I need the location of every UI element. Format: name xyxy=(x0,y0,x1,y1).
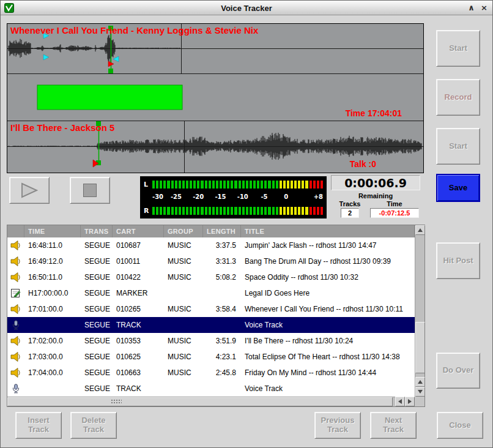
log-row[interactable]: 16:49:12.0 SEGUE 010011 MUSIC 3:31.3 Ban… xyxy=(7,253,415,269)
meter-segment xyxy=(264,181,267,189)
header-length[interactable]: LENGTH xyxy=(203,225,241,237)
cell-length: 3:58.4 xyxy=(203,305,241,313)
header-trans[interactable]: TRANS xyxy=(81,225,113,237)
do-over-button[interactable]: Do Over xyxy=(436,353,480,389)
meter-segment xyxy=(253,181,256,189)
cell-cart: 010265 xyxy=(113,305,164,313)
header-group[interactable]: GROUP xyxy=(164,225,203,237)
start-track2-button[interactable]: Start xyxy=(436,128,480,165)
meter-segment xyxy=(179,207,181,215)
tracks-label: Tracks xyxy=(339,200,361,207)
meter-segment xyxy=(310,181,312,189)
vertical-scroll-thumb[interactable] xyxy=(415,322,425,373)
row-type-icon-cell xyxy=(7,256,24,266)
meter-segment xyxy=(321,181,323,189)
up-arrow-icon xyxy=(418,380,423,384)
header-title[interactable]: TITLE xyxy=(241,225,415,237)
cell-time: 17:01:00.0 xyxy=(24,305,81,313)
insert-track-button[interactable]: Insert Track xyxy=(15,412,62,439)
meter-scale-label: -5 xyxy=(261,193,267,200)
start-track1-button[interactable]: Start xyxy=(436,30,480,67)
playhead-handle[interactable] xyxy=(96,121,101,126)
row-type-icon-cell xyxy=(7,304,24,314)
row-type-icon-cell xyxy=(7,368,24,378)
play-button[interactable] xyxy=(9,177,50,204)
meter-segment xyxy=(321,207,323,215)
next-track-button[interactable]: Next Track xyxy=(370,412,417,439)
log-row[interactable]: 17:01:00.0 SEGUE 010265 MUSIC 3:58.4 Whe… xyxy=(7,301,415,317)
meter-segment xyxy=(223,181,226,189)
playhead-handle[interactable] xyxy=(108,69,113,73)
cell-cart: 010625 xyxy=(113,353,164,361)
meter-segment xyxy=(193,181,196,189)
meter-segment xyxy=(294,207,297,215)
meter-segment xyxy=(280,207,282,215)
titlebar[interactable]: Voice Tracker ∧ × xyxy=(1,1,492,15)
meter-segment xyxy=(197,181,199,189)
log-row[interactable]: 17:03:00.0 SEGUE 010625 MUSIC 4:23.1 Tot… xyxy=(7,349,415,365)
row-type-icon-cell xyxy=(7,384,24,394)
cell-cart: MARKER xyxy=(113,289,164,297)
waveform-display[interactable]: Whenever I Call You Friend - Kenny Loggi… xyxy=(7,23,424,173)
header-cart[interactable]: CART xyxy=(113,225,164,237)
meter-scale-label: -20 xyxy=(193,193,204,200)
vertical-scrollbar[interactable] xyxy=(415,225,424,397)
header-time[interactable]: TIME xyxy=(24,225,81,237)
meter-segment xyxy=(227,181,229,189)
playhead-handle[interactable] xyxy=(108,26,113,31)
cell-title: Space Oddity -- rdhost 11/30 10:32 xyxy=(241,273,415,282)
elapsed-time-display: 0:00:06.9 xyxy=(331,175,420,190)
scroll-up-button-bottom[interactable] xyxy=(415,377,425,387)
cell-title: Whenever I Call You Friend -- rdhost 11/… xyxy=(241,305,415,313)
meter-segment xyxy=(231,207,233,215)
log-row[interactable]: SEGUE TRACK Voice Track xyxy=(7,317,415,333)
log-row[interactable]: SEGUE TRACK Voice Track xyxy=(7,381,415,397)
speaker-icon xyxy=(10,368,21,378)
cell-title: I'll Be There -- rdhost 11/30 10:24 xyxy=(241,337,415,345)
cell-title: Legal ID Goes Here xyxy=(241,289,415,297)
cell-title: Friday On My Mind -- rdhost 11/30 14:44 xyxy=(241,368,415,377)
cell-time: 17:02:00.0 xyxy=(24,337,81,345)
shade-button[interactable]: ∧ xyxy=(466,2,476,13)
scroll-left-button[interactable] xyxy=(395,397,405,406)
log-row[interactable]: 16:48:11.0 SEGUE 010687 MUSIC 3:37.5 Jum… xyxy=(7,237,415,253)
voice-track-region[interactable] xyxy=(37,85,182,110)
meter-segment xyxy=(246,181,248,189)
cell-title: Total Eclipse Of The Heart -- rdhost 11/… xyxy=(241,353,415,361)
cell-cart: TRACK xyxy=(113,321,164,329)
horizontal-scrollbar[interactable] xyxy=(7,397,415,406)
horizontal-scroll-thumb[interactable] xyxy=(7,397,393,406)
close-window-button[interactable]: × xyxy=(479,2,489,13)
meter-segment xyxy=(291,207,293,215)
cell-group: MUSIC xyxy=(164,305,203,313)
meter-segment xyxy=(298,181,300,189)
hit-post-button[interactable]: Hit Post xyxy=(436,242,480,279)
meter-segment xyxy=(175,181,177,189)
delete-track-button[interactable]: Delete Track xyxy=(70,412,117,439)
meter-segment xyxy=(291,181,293,189)
cell-trans: SEGUE xyxy=(81,257,113,266)
left-arrow-icon xyxy=(398,399,402,404)
scroll-down-button[interactable] xyxy=(415,387,425,397)
close-button[interactable]: Close xyxy=(437,412,483,439)
meter-segment xyxy=(298,207,300,215)
previous-track-button[interactable]: Previous Track xyxy=(314,412,361,439)
speaker-icon xyxy=(10,336,21,346)
record-button[interactable]: Record xyxy=(436,79,480,116)
save-button[interactable]: Save xyxy=(436,174,480,202)
stop-button[interactable] xyxy=(70,177,110,204)
cell-trans: SEGUE xyxy=(81,368,113,377)
scroll-right-button[interactable] xyxy=(405,397,415,406)
meter-scale-label: -10 xyxy=(237,193,248,200)
meter-segment xyxy=(239,207,241,215)
meter-segment xyxy=(193,207,196,215)
meter-segment xyxy=(272,207,275,215)
scroll-up-button[interactable] xyxy=(415,225,425,235)
log-row[interactable]: 17:02:00.0 SEGUE 010353 MUSIC 3:51.9 I'l… xyxy=(7,333,415,349)
meter-segment xyxy=(163,181,166,189)
log-row[interactable]: 17:04:00.0 SEGUE 010663 MUSIC 2:45.8 Fri… xyxy=(7,365,415,381)
down-arrow-icon xyxy=(418,390,423,394)
log-row[interactable]: H17:00:00.0 SEGUE MARKER Legal ID Goes H… xyxy=(7,285,415,301)
log-row[interactable]: 16:50:11.0 SEGUE 010422 MUSIC 5:08.2 Spa… xyxy=(7,269,415,285)
cell-cart: 010353 xyxy=(113,337,164,345)
